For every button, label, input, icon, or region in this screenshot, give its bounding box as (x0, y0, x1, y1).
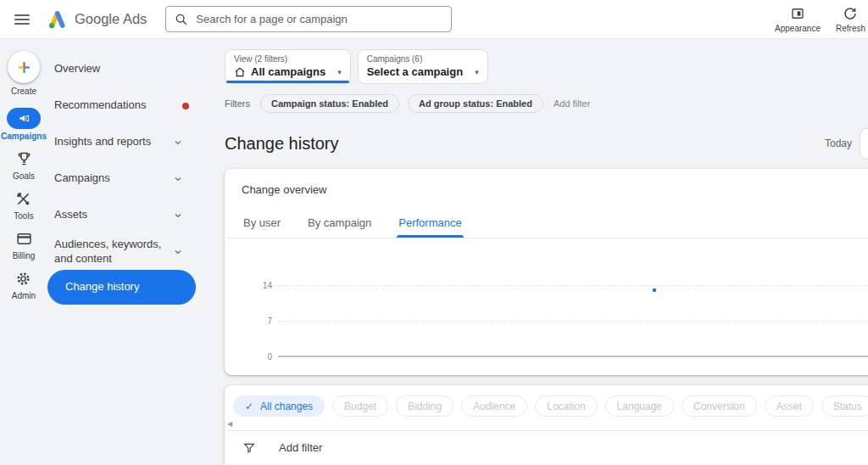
top-app-bar: Google Ads Appearance Refresh (0, 0, 868, 39)
rail-label-tools: Tools (14, 211, 33, 221)
refresh-icon (843, 6, 858, 21)
change-type-chips: ✓ All changes Budget Bidding Audience Lo… (225, 395, 868, 417)
performance-chart: 14 7 0 (225, 285, 868, 356)
google-ads-logo-icon (46, 8, 68, 31)
chevron-down-icon (173, 247, 183, 257)
filter-chip-ad-group-status[interactable]: Ad group status: Enabled (408, 94, 543, 113)
notification-dot (182, 103, 189, 109)
sidebar-item-assets[interactable]: Assets (47, 197, 212, 233)
gridline-0: 0 (278, 356, 868, 357)
rail-label-campaigns: Campaigns (1, 132, 47, 141)
rail-item-create[interactable]: Create (8, 51, 40, 96)
tab-performance[interactable]: Performance (397, 209, 463, 238)
rail-label-admin: Admin (12, 291, 36, 300)
card-icon (15, 228, 33, 249)
funnel-icon (242, 441, 256, 455)
chevron-down-icon (173, 210, 183, 221)
add-filter-label[interactable]: Add filter (279, 441, 322, 454)
brand: Google Ads (46, 8, 147, 31)
chevron-down-icon (173, 137, 183, 148)
sidebar-label: Insights and reports (54, 135, 151, 148)
filters-label: Filters (225, 98, 250, 109)
sidebar-item-overview[interactable]: Overview (47, 51, 212, 87)
navigation-rail: Create Campaigns Goal (0, 39, 47, 465)
chevron-down-icon (173, 174, 183, 184)
campaigns-pill[interactable] (7, 108, 41, 129)
chip-asset[interactable]: Asset (765, 395, 814, 417)
chip-label: All changes (260, 401, 313, 412)
date-range-button[interactable] (860, 128, 868, 160)
card-title: Change overview (225, 169, 868, 196)
add-filter-link[interactable]: Add filter (554, 98, 590, 109)
page-title: Change history (225, 134, 339, 154)
sidebar: Overview Recommendations Insights and re… (47, 39, 212, 465)
refresh-label: Refresh (836, 24, 865, 33)
menu-icon[interactable] (14, 12, 30, 27)
gear-icon (14, 268, 32, 289)
y-tick: 14 (263, 281, 272, 290)
create-button[interactable] (8, 51, 40, 83)
date-range-label: Today (825, 137, 852, 149)
scope-selectors: View (2 filters) All campaigns ▾ Campaig… (225, 49, 868, 84)
overview-tabs: By user By campaign Performance (225, 209, 868, 238)
campaign-selector-dropdown[interactable]: Campaigns (6) Select a campaign ▾ (358, 49, 488, 84)
sidebar-item-insights-and-reports[interactable]: Insights and reports (47, 124, 212, 160)
chip-language[interactable]: Language (605, 395, 674, 417)
sidebar-label: Recommendations (54, 98, 146, 112)
sidebar-label: Audiences, keywords, and content (54, 238, 175, 266)
chip-all-changes[interactable]: ✓ All changes (233, 395, 325, 417)
chip-budget[interactable]: Budget (332, 395, 388, 417)
data-point (653, 289, 656, 292)
sidebar-item-recommendations[interactable]: Recommendations (47, 87, 212, 124)
megaphone-icon (18, 112, 31, 125)
sidebar-item-audiences-keywords-content[interactable]: Audiences, keywords, and content (47, 233, 212, 270)
global-search[interactable] (165, 6, 452, 32)
search-input[interactable] (196, 13, 442, 25)
sidebar-label: Campaigns (54, 171, 110, 185)
view-selector-dropdown[interactable]: View (2 filters) All campaigns ▾ (225, 49, 351, 84)
tab-by-user[interactable]: By user (242, 209, 282, 238)
y-tick: 7 (267, 317, 272, 326)
brand-title: Google Ads (75, 11, 147, 27)
sidebar-label: Change history (65, 280, 139, 294)
chip-status[interactable]: Status (821, 395, 868, 417)
campaign-selector-label: Campaigns (6) (367, 54, 479, 64)
rail-label-billing: Billing (13, 251, 36, 261)
campaign-selector-value: Select a campaign (367, 65, 463, 78)
sidebar-label: Overview (54, 62, 100, 76)
rail-item-tools[interactable]: Tools (14, 188, 33, 221)
rail-label-goals: Goals (13, 171, 35, 181)
main-content: View (2 filters) All campaigns ▾ Campaig… (212, 39, 868, 465)
table-filter-bar: Add filter (225, 431, 868, 464)
chip-location[interactable]: Location (535, 395, 597, 417)
page-header: Change history Today (225, 126, 868, 160)
home-icon (234, 66, 246, 78)
rail-item-goals[interactable]: Goals (13, 148, 35, 181)
search-icon (175, 13, 188, 26)
chip-audience[interactable]: Audience (461, 395, 527, 417)
view-selector-value: All campaigns (251, 65, 326, 78)
rail-item-campaigns[interactable]: Campaigns (1, 108, 47, 141)
filter-chip-campaign-status[interactable]: Campaign status: Enabled (260, 94, 399, 113)
appearance-label: Appearance (775, 24, 821, 33)
chip-bidding[interactable]: Bidding (396, 395, 453, 417)
chip-conversion[interactable]: Conversion (682, 395, 757, 417)
refresh-button[interactable]: Refresh (828, 6, 868, 33)
rail-label-create: Create (11, 87, 36, 96)
gridline-7: 7 (278, 321, 868, 322)
sidebar-item-campaigns[interactable]: Campaigns (47, 160, 212, 197)
rail-item-billing[interactable]: Billing (13, 228, 36, 261)
gridline-14: 14 (278, 285, 868, 286)
tab-by-campaign[interactable]: By campaign (306, 209, 373, 238)
caret-down-icon: ▾ (475, 68, 479, 76)
filters-row: Filters Campaign status: Enabled Ad grou… (225, 93, 868, 114)
plus-icon (16, 59, 32, 76)
appearance-icon (790, 6, 805, 21)
sidebar-item-change-history[interactable]: Change history (47, 270, 196, 305)
view-selector-label: View (2 filters) (234, 54, 342, 64)
y-tick: 0 (267, 352, 272, 361)
change-types-panel: ✓ All changes Budget Bidding Audience Lo… (225, 385, 868, 465)
scroll-left-icon[interactable]: ◀ (225, 417, 235, 430)
rail-item-admin[interactable]: Admin (12, 268, 36, 300)
appearance-button[interactable]: Appearance (767, 6, 828, 33)
